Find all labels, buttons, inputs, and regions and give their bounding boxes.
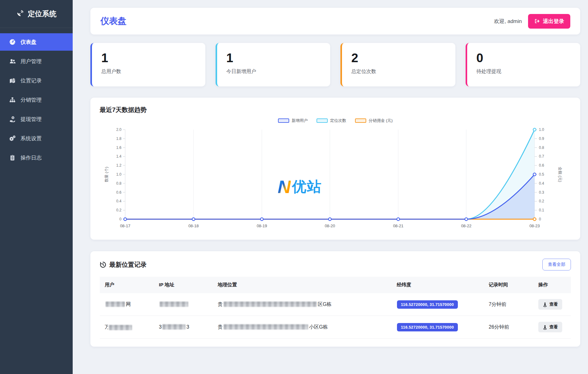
col-header-coords: 经纬度 <box>392 277 484 293</box>
svg-text:2.0: 2.0 <box>116 127 121 132</box>
stat-card-total-locations: 2 总定位次数 <box>340 43 455 86</box>
logout-label: 退出登录 <box>543 18 564 25</box>
sidebar-item-distribution[interactable]: 分销管理 <box>0 91 73 109</box>
legend-swatch-orange <box>355 118 366 123</box>
svg-text:0.3: 0.3 <box>539 190 544 195</box>
stat-label: 待处理提现 <box>476 68 571 75</box>
redacted-blur <box>224 324 308 330</box>
svg-text:0.8: 0.8 <box>116 181 121 186</box>
record-time: 7分钟前 <box>489 302 506 307</box>
chart-title: 最近7天数据趋势 <box>100 106 571 114</box>
map-marker-icon <box>9 77 16 84</box>
redacted-blur <box>109 325 132 330</box>
history-icon <box>100 261 106 268</box>
view-record-button[interactable]: 查看 <box>538 299 562 310</box>
svg-text:08-22: 08-22 <box>461 224 471 228</box>
sidebar-item-label: 提现管理 <box>21 116 42 123</box>
col-header-time: 记录时间 <box>484 277 533 293</box>
svg-text:08-19: 08-19 <box>257 224 267 228</box>
stat-value: 0 <box>476 51 571 65</box>
svg-text:0.5: 0.5 <box>539 172 544 177</box>
trend-chart-card: 最近7天数据趋势 新增用户 定位次数 分销佣金 (元) <box>90 98 580 240</box>
coords-badge: 116.52720000, 31.71570000 <box>397 300 458 309</box>
stat-value: 1 <box>101 51 196 65</box>
redacted-blur <box>106 302 125 307</box>
sidebar-item-location-records[interactable]: 位置记录 <box>0 72 73 89</box>
clipboard-list-icon <box>9 155 16 161</box>
users-icon <box>9 58 16 64</box>
stat-label: 总定位次数 <box>351 68 446 75</box>
svg-text:0.8: 0.8 <box>539 145 544 150</box>
svg-text:1.6: 1.6 <box>116 145 121 150</box>
legend-label: 分销佣金 (元) <box>369 118 393 123</box>
stat-value: 2 <box>351 51 446 65</box>
header-right: 欢迎, admin 退出登录 <box>494 14 570 29</box>
sidebar-item-users[interactable]: 用户管理 <box>0 53 73 70</box>
sidebar-item-withdrawals[interactable]: $ 提现管理 <box>0 110 73 128</box>
line-chart-canvas: 2.0 1.8 1.6 1.4 1.2 1.0 0.8 0.6 0.4 0.2 … <box>100 126 571 231</box>
redacted-blur <box>224 302 317 307</box>
redacted-blur <box>162 324 185 330</box>
legend-label: 新增用户 <box>292 118 308 123</box>
table-header-row: 用户 IP 地址 地理位置 经纬度 记录时间 操作 <box>100 277 571 293</box>
stat-label: 总用户数 <box>101 68 196 75</box>
sign-out-icon <box>534 18 540 24</box>
stat-label: 今日新增用户 <box>226 68 321 75</box>
street-view-icon <box>543 302 547 307</box>
svg-text:1.8: 1.8 <box>116 136 121 141</box>
stat-card-total-users: 1 总用户数 <box>90 43 205 86</box>
view-record-button[interactable]: 查看 <box>538 322 562 332</box>
svg-text:1.0: 1.0 <box>116 172 121 177</box>
sidebar-item-logs[interactable]: 操作日志 <box>0 149 73 166</box>
svg-text:08-23: 08-23 <box>529 224 540 228</box>
stat-card-pending-withdrawals: 0 待处理提现 <box>466 43 581 86</box>
svg-text:0.9: 0.9 <box>539 136 544 141</box>
svg-text:$: $ <box>12 117 14 119</box>
table-row: 网 贵区G栋 116.52720000, 31.71570000 7分钟前 <box>100 293 571 316</box>
sidebar-item-label: 系统设置 <box>21 135 42 142</box>
svg-text:08-21: 08-21 <box>393 224 403 228</box>
stat-value: 1 <box>226 51 321 65</box>
col-header-ip: IP 地址 <box>154 277 213 293</box>
svg-text:0.2: 0.2 <box>116 208 121 212</box>
logout-button[interactable]: 退出登录 <box>528 14 570 29</box>
legend-item-commission[interactable]: 分销佣金 (元) <box>355 118 393 123</box>
legend-swatch-cyan <box>317 118 328 123</box>
records-header: 最新位置记录 查看全部 <box>100 259 571 270</box>
records-title-group: 最新位置记录 <box>100 261 147 269</box>
col-header-location: 地理位置 <box>213 277 392 293</box>
svg-text:0.2: 0.2 <box>539 199 544 203</box>
svg-text:08-18: 08-18 <box>188 224 198 228</box>
svg-text:0.4: 0.4 <box>116 199 121 203</box>
svg-text:0: 0 <box>119 217 121 221</box>
svg-text:0.6: 0.6 <box>539 163 544 168</box>
svg-text:1.2: 1.2 <box>116 163 121 168</box>
svg-text:08-17: 08-17 <box>120 224 130 228</box>
legend-label: 定位次数 <box>330 118 346 123</box>
sidebar-menu: 仪表盘 用户管理 位置记录 <box>0 28 73 166</box>
svg-text:0.4: 0.4 <box>539 181 544 186</box>
hand-holding-dollar-icon: $ <box>9 116 16 122</box>
svg-text:0.6: 0.6 <box>116 190 121 195</box>
app-logo: 定位系统 <box>0 0 73 28</box>
table-row: 万 33 贵小区G栋 116.52720000, 31.71570000 26分… <box>100 316 571 339</box>
sidebar-item-dashboard[interactable]: 仪表盘 <box>0 33 73 51</box>
latest-records-card: 最新位置记录 查看全部 用户 IP 地址 地理位置 经纬度 记录时间 操作 网 <box>90 251 580 347</box>
legend-item-new-users[interactable]: 新增用户 <box>278 118 308 123</box>
legend-item-locations[interactable]: 定位次数 <box>317 118 346 123</box>
col-header-user: 用户 <box>100 277 154 293</box>
sidebar-item-settings[interactable]: 系统设置 <box>0 130 73 147</box>
record-time: 26分钟前 <box>489 324 509 330</box>
svg-text:0.7: 0.7 <box>539 154 544 159</box>
redacted-blur <box>160 302 188 307</box>
coords-badge: 116.52720000, 31.71570000 <box>397 323 458 331</box>
satellite-dish-icon <box>16 9 24 19</box>
sidebar: 定位系统 仪表盘 用户管理 <box>0 0 73 374</box>
col-header-actions: 操作 <box>533 277 571 293</box>
view-all-button[interactable]: 查看全部 <box>542 259 571 270</box>
welcome-text: 欢迎, admin <box>494 18 522 25</box>
y-axis-left-name: 数量 (个) <box>104 167 109 182</box>
street-view-icon <box>543 325 547 330</box>
gears-icon <box>9 135 16 141</box>
sidebar-item-label: 操作日志 <box>21 154 42 161</box>
